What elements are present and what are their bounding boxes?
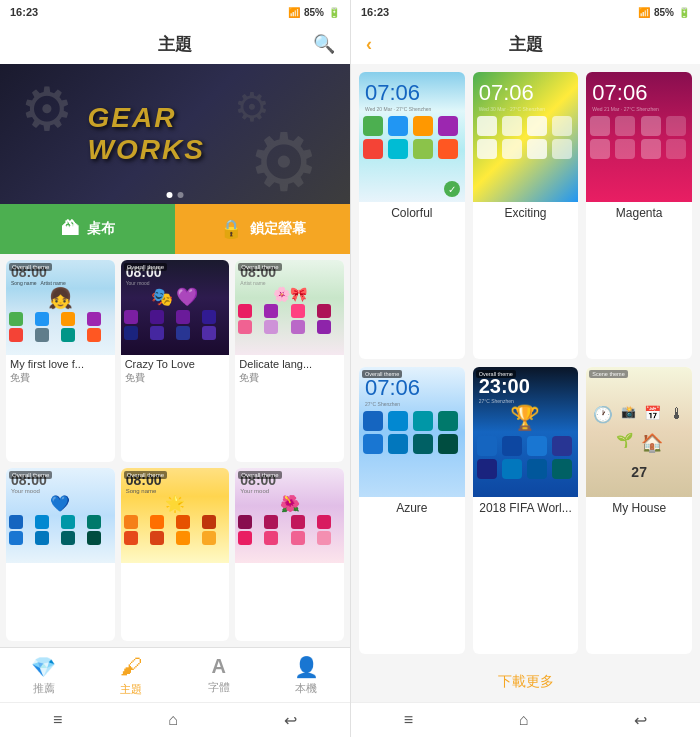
app-cf5: [363, 139, 383, 159]
right-menu-btn[interactable]: ≡: [404, 711, 413, 729]
app-fi3: [527, 436, 547, 456]
left-time: 16:23: [10, 6, 38, 18]
app-mg2: [615, 116, 635, 136]
fifa-trophy: 🏆: [473, 404, 579, 432]
search-icon[interactable]: 🔍: [313, 33, 335, 55]
app-y4: [202, 515, 216, 529]
app-p6: [264, 531, 278, 545]
sub-exciting: Wed 30 Mar · 27°C Shenzhen: [473, 106, 579, 112]
app-fi5: [477, 459, 497, 479]
sub-magenta: Wed 21 Mar · 27°C Shenzhen: [586, 106, 692, 112]
app-ex7: [527, 139, 547, 159]
nav-recommend[interactable]: 💎 推薦: [0, 655, 88, 696]
app-mg1: [590, 116, 610, 136]
app-r2: [35, 515, 49, 529]
app-d1: [238, 304, 252, 318]
right-home-btn[interactable]: ⌂: [519, 711, 529, 729]
app-fi1: [477, 436, 497, 456]
theme-card-r2-2[interactable]: Overall theme 08:00 Song name 🌟: [121, 468, 230, 641]
bottom-nav: 💎 推薦 🖌 主題 A 字體 👤 本機: [0, 647, 350, 702]
theme-card-myhouse[interactable]: Scene theme 🕐 📸 📅 🌡 🌱 🏠 27 My House: [586, 367, 692, 654]
banner: ⚙ ⚙ ⚙ GEAR WORKS: [0, 64, 350, 204]
theme-card-love[interactable]: Overall theme 08:00 Song name Artist nam…: [6, 260, 115, 462]
battery-text: 85%: [304, 7, 324, 18]
time-exciting: 07:06: [473, 72, 579, 106]
lockscreen-button[interactable]: 🔒 鎖定螢幕: [175, 204, 350, 254]
time-colorful: 07:06: [359, 72, 465, 106]
char-r2-1: 💙: [6, 494, 115, 513]
app-ex4: [552, 116, 572, 136]
right-time: 16:23: [361, 6, 389, 18]
theme-card-colorful[interactable]: 07:06 Wed 20 Mar · 27°C Shenzhen ✓ Color…: [359, 72, 465, 359]
char-r2-3: 🌺: [235, 494, 344, 513]
app-p2: [264, 515, 278, 529]
load-more-button[interactable]: 下載更多: [351, 662, 700, 702]
theme-card-r2-1[interactable]: Overall theme 08:00 Your mood 💙: [6, 468, 115, 641]
nav-font[interactable]: A 字體: [175, 655, 263, 695]
category-row: 🏔 桌布 🔒 鎖定螢幕: [0, 204, 350, 254]
nav-recommend-label: 推薦: [33, 681, 55, 696]
theme-card-crazy[interactable]: Overall theme 08:00 Your mood 🎭💜 Cr: [121, 260, 230, 462]
right-sys-nav: ≡ ⌂ ↩: [351, 702, 700, 737]
sub-azure: 27°C Shenzhen: [359, 401, 465, 407]
theme-card-delicate[interactable]: Overall theme 08:00 Artist name 🌸🎀 Delic…: [235, 260, 344, 462]
app-cf7: [413, 139, 433, 159]
theme-card-exciting[interactable]: 07:06 Wed 30 Mar · 27°C Shenzhen Excitin…: [473, 72, 579, 359]
theme-name-love: My first love f...: [6, 355, 115, 371]
app-mg4: [666, 116, 686, 136]
wallpaper-button[interactable]: 🏔 桌布: [0, 204, 175, 254]
theme-preview-love: Overall theme 08:00 Song name Artist nam…: [6, 260, 115, 355]
app-mg5: [590, 139, 610, 159]
theme-card-magenta[interactable]: 07:06 Wed 21 Mar · 27°C Shenzhen Magenta: [586, 72, 692, 359]
app-y2: [150, 515, 164, 529]
left-menu-btn[interactable]: ≡: [53, 711, 62, 729]
left-home-btn[interactable]: ⌂: [168, 711, 178, 729]
badge-r2-1: Overall theme: [9, 471, 52, 479]
app-p1: [238, 515, 252, 529]
badge-r2-3: Overall theme: [238, 471, 281, 479]
theme-name-crazy: Crazy To Love: [121, 355, 230, 371]
app-fi8: [552, 459, 572, 479]
overall-badge-fifa: Overall theme: [476, 370, 516, 378]
app-r1: [9, 515, 23, 529]
apps-exciting: [473, 112, 579, 163]
preview-azure: Overall theme 07:06 27°C Shenzhen: [359, 367, 465, 497]
overall-badge-love: Overall theme: [9, 263, 52, 271]
app-7: [61, 328, 75, 342]
right-back-btn[interactable]: ↩: [634, 711, 647, 730]
nav-local[interactable]: 👤 本機: [263, 655, 351, 696]
dot-1: [167, 192, 173, 198]
nav-theme[interactable]: 🖌 主題: [88, 654, 176, 697]
theme-name-r2-1: [6, 563, 115, 567]
theme-name-azure: Azure: [359, 497, 465, 519]
app-mg6: [615, 139, 635, 159]
app-az5: [363, 434, 383, 454]
back-icon[interactable]: ‹: [366, 34, 372, 55]
left-back-btn[interactable]: ↩: [284, 711, 297, 730]
app-d8: [317, 320, 331, 334]
app-c2: [150, 310, 164, 324]
app-p4: [317, 515, 331, 529]
app-y1: [124, 515, 138, 529]
app-ex8: [552, 139, 572, 159]
app-cf1: [363, 116, 383, 136]
right-wifi-icon: 📶: [638, 7, 650, 18]
app-y3: [176, 515, 190, 529]
wifi-icon: 📶: [288, 7, 300, 18]
right-title: 主題: [509, 33, 543, 56]
theme-card-r2-3[interactable]: Overall theme 08:00 Your mood 🌺: [235, 468, 344, 641]
myhouse-day: 27: [631, 464, 647, 480]
theme-icon: 🖌: [120, 654, 142, 680]
app-p7: [291, 531, 305, 545]
app-cf2: [388, 116, 408, 136]
app-mg3: [641, 116, 661, 136]
theme-card-azure[interactable]: Overall theme 07:06 27°C Shenzhen Azure: [359, 367, 465, 654]
myhouse-items: 🕐 📸 📅 🌡 🌱 🏠: [586, 385, 692, 459]
app-cf6: [388, 139, 408, 159]
theme-name-r2-2: [121, 563, 230, 567]
app-r7: [61, 531, 75, 545]
app-d6: [264, 320, 278, 334]
app-d2: [264, 304, 278, 318]
lock-icon: 🔒: [220, 218, 242, 240]
theme-card-fifa[interactable]: Overall theme 23:00 27°C Shenzhen 🏆 2018…: [473, 367, 579, 654]
